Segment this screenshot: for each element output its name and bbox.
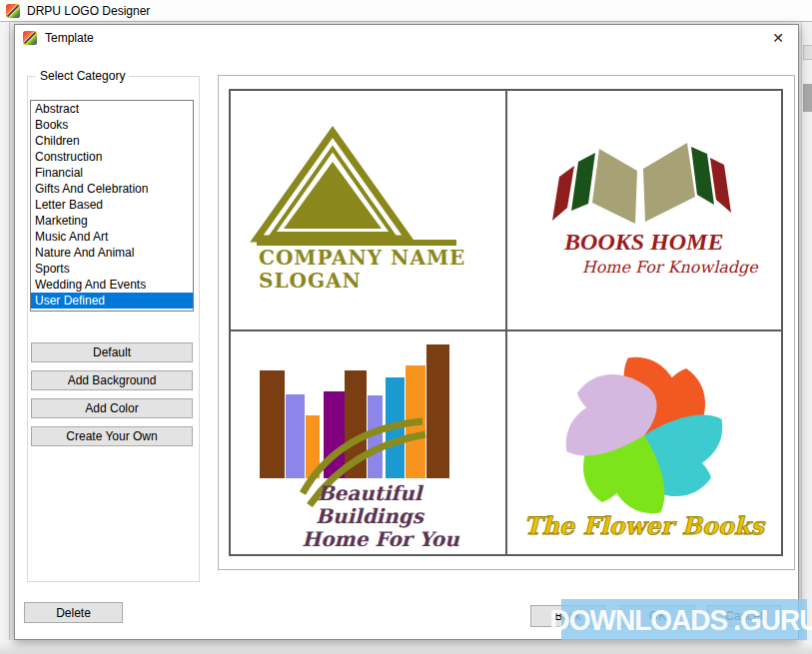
dialog-title: Template — [45, 31, 94, 45]
add-background-button[interactable]: Add Background — [31, 370, 193, 390]
category-option-wedding-events[interactable]: Wedding And Events — [31, 277, 193, 293]
close-icon[interactable]: ✕ — [764, 27, 792, 49]
flower-books-title: The Flower Books — [507, 511, 782, 540]
category-option-letter-based[interactable]: Letter Based — [31, 197, 193, 213]
window-title: DRPU LOGO Designer — [27, 4, 150, 18]
window-scrollbar[interactable] — [801, 22, 812, 641]
add-color-button[interactable]: Add Color — [31, 398, 193, 418]
category-option-abstract[interactable]: Abstract — [31, 101, 193, 117]
template-card-beautiful-buildings[interactable]: Beautiful Buildings Home For You — [231, 331, 505, 554]
create-your-own-button[interactable]: Create Your Own — [31, 426, 193, 446]
company-logo-text: COMPANY NAME SLOGAN — [259, 247, 465, 293]
window-left-edge — [0, 22, 10, 654]
category-listbox[interactable]: Abstract Books Children Construction Fin… — [30, 100, 194, 312]
category-option-construction[interactable]: Construction — [31, 149, 193, 165]
books-home-tagline: Home For Knowladge — [533, 258, 782, 277]
company-slogan-line: SLOGAN — [259, 270, 465, 293]
default-button[interactable]: Default — [31, 342, 193, 362]
template-dialog: Template ✕ Select Category Abstract Book… — [14, 24, 799, 640]
ok-button[interactable]: OK — [620, 605, 695, 627]
category-option-financial[interactable]: Financial — [31, 165, 193, 181]
category-option-sports[interactable]: Sports — [31, 261, 193, 277]
app-titlebar: DRPU LOGO Designer — [0, 0, 812, 22]
category-option-user-defined[interactable]: User Defined — [31, 293, 193, 309]
template-card-flower-books[interactable]: The Flower Books — [507, 331, 782, 554]
scrollbar-thumb[interactable] — [803, 84, 812, 112]
scrollbar-button[interactable] — [803, 45, 812, 60]
template-grid: COMPANY NAME SLOGAN BOOKS HOME Home For … — [229, 89, 783, 556]
category-option-nature-animal[interactable]: Nature And Animal — [31, 245, 193, 261]
category-option-books[interactable]: Books — [31, 117, 193, 133]
buildings-logo-text: Beautiful Buildings Home For You — [261, 482, 478, 551]
window-bottom-edge — [0, 640, 812, 654]
triangle-logo-graphic — [231, 91, 505, 329]
template-card-company-triangle[interactable]: COMPANY NAME SLOGAN — [231, 91, 505, 329]
cancel-button[interactable]: Cancel — [707, 605, 781, 627]
dialog-titlebar: Template ✕ — [15, 25, 798, 51]
buildings-title: Beautiful Buildings — [261, 482, 478, 528]
category-option-music-art[interactable]: Music And Art — [31, 229, 193, 245]
template-preview-panel: COMPANY NAME SLOGAN BOOKS HOME Home For … — [218, 75, 795, 570]
dialog-logo-icon — [23, 31, 37, 45]
template-card-books-home[interactable]: BOOKS HOME Home For Knowladge — [507, 91, 782, 329]
company-name-line: COMPANY NAME — [259, 247, 465, 270]
category-option-gifts[interactable]: Gifts And Celebration — [31, 181, 193, 197]
buildings-tagline: Home For You — [261, 528, 478, 551]
category-option-marketing[interactable]: Marketing — [31, 213, 193, 229]
category-option-children[interactable]: Children — [31, 133, 193, 149]
books-home-title: BOOKS HOME — [507, 229, 782, 256]
delete-button[interactable]: Delete — [24, 602, 123, 623]
group-label: Select Category — [36, 69, 129, 83]
back-button[interactable]: Back — [530, 605, 605, 627]
app-logo-icon — [6, 4, 20, 18]
open-book-graphic — [507, 91, 779, 329]
